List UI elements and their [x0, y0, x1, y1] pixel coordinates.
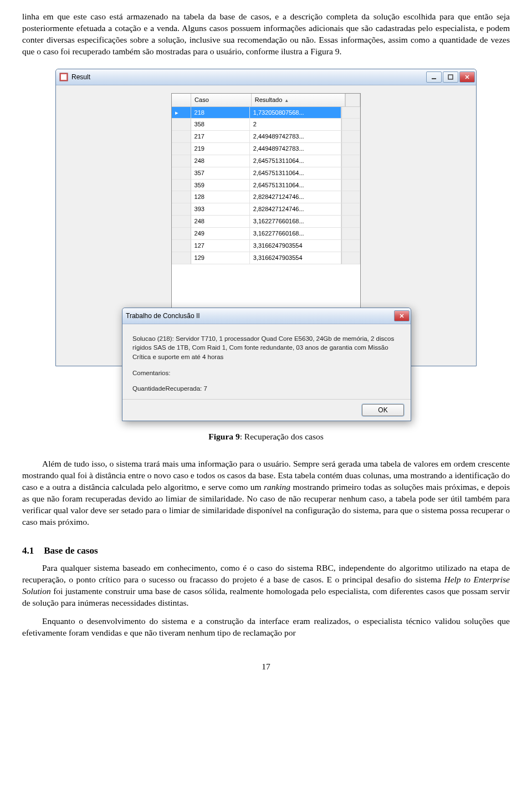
- table-row[interactable]: 3592,645751311064...: [172, 180, 360, 192]
- dialog-comments-label: Comentarios:: [132, 369, 401, 378]
- cell-caso: 248: [191, 216, 250, 228]
- row-header: ▸: [172, 107, 191, 119]
- cell-caso: 358: [191, 119, 250, 131]
- section-heading-4-1: 4.1Base de casos: [22, 545, 510, 557]
- cell-resultado: 2: [250, 119, 341, 131]
- page-number: 17: [22, 661, 510, 673]
- cell-resultado: 2,449489742783...: [250, 143, 341, 155]
- row-header: [172, 203, 191, 216]
- cell-resultado: 3,162277660168...: [250, 216, 341, 228]
- dialog-title: Trabalho de Conclusão II: [126, 311, 200, 320]
- cell-caso: 393: [191, 203, 250, 216]
- dialog-solution-text: Solucao (218): Servidor T710, 1 processa…: [132, 334, 401, 362]
- paragraph-3b: Enquanto o desenvolvimento do sistema e …: [22, 616, 510, 639]
- app-icon: [59, 73, 68, 81]
- cell-resultado: 2,645751311064...: [250, 167, 341, 180]
- row-header: [172, 131, 191, 143]
- maximize-button[interactable]: [443, 71, 458, 83]
- row-header: [172, 143, 191, 155]
- table-row[interactable]: 2482,645751311064...: [172, 155, 360, 167]
- scroll-gutter: [341, 155, 360, 167]
- scroll-gutter: [341, 143, 360, 155]
- row-header: [172, 240, 191, 252]
- table-row[interactable]: 2172,449489742783...: [172, 131, 360, 143]
- svg-rect-1: [61, 74, 66, 80]
- paragraph-3a: Para qualquer sistema baseado em conheci…: [22, 562, 510, 609]
- scroll-gutter: [341, 107, 360, 119]
- table-row[interactable]: ▸2181,732050807568...: [172, 107, 360, 119]
- cell-caso: 127: [191, 240, 250, 252]
- scroll-header: [345, 94, 360, 107]
- svg-rect-2: [432, 78, 436, 79]
- cell-resultado: 2,645751311064...: [250, 155, 341, 167]
- scroll-gutter: [341, 203, 360, 216]
- table-row[interactable]: 3582: [172, 119, 360, 131]
- table-row[interactable]: 3572,645751311064...: [172, 167, 360, 180]
- scroll-gutter: [341, 191, 360, 203]
- close-button[interactable]: [459, 71, 475, 83]
- cell-caso: 217: [191, 131, 250, 143]
- scroll-gutter: [341, 240, 360, 252]
- cell-resultado: 2,645751311064...: [250, 180, 341, 192]
- row-header: [172, 216, 191, 228]
- results-grid[interactable]: Caso Resultado▲ ▸2181,732050807568...358…: [171, 93, 361, 313]
- grid-corner: [172, 94, 191, 107]
- table-row[interactable]: 2192,449489742783...: [172, 143, 360, 155]
- dialog-body: Solucao (218): Servidor T710, 1 processa…: [122, 324, 411, 399]
- svg-rect-3: [448, 75, 453, 79]
- cell-caso: 219: [191, 143, 250, 155]
- paragraph-1: linha em que este caso está armazenado n…: [22, 11, 510, 58]
- scroll-gutter: [341, 228, 360, 240]
- scroll-gutter: [341, 131, 360, 143]
- table-row[interactable]: 3932,828427124746...: [172, 203, 360, 216]
- scroll-gutter: [341, 119, 360, 131]
- cell-resultado: 2,828427124746...: [250, 203, 341, 216]
- grid-header-row: Caso Resultado▲: [172, 94, 360, 107]
- cell-caso: 128: [191, 191, 250, 203]
- sort-asc-icon: ▲: [284, 98, 289, 103]
- cell-resultado: 3,3166247903554: [250, 240, 341, 252]
- dialog-close-button[interactable]: [394, 310, 410, 321]
- figure-caption: Figura 9: Recuperação dos casos: [22, 431, 510, 443]
- table-row[interactable]: 1273,3166247903554: [172, 240, 360, 252]
- result-titlebar[interactable]: Result: [56, 69, 476, 85]
- cell-caso: 249: [191, 228, 250, 240]
- scroll-gutter: [341, 180, 360, 192]
- dialog-quantity-text: QuantidadeRecuperada: 7: [132, 384, 401, 393]
- table-row[interactable]: 2493,162277660168...: [172, 228, 360, 240]
- row-header: [172, 228, 191, 240]
- row-header: [172, 252, 191, 264]
- scroll-gutter: [341, 252, 360, 264]
- cell-caso: 357: [191, 167, 250, 180]
- table-row[interactable]: 2483,162277660168...: [172, 216, 360, 228]
- cell-resultado: 2,828427124746...: [250, 191, 341, 203]
- row-header: [172, 155, 191, 167]
- cell-caso: 248: [191, 155, 250, 167]
- cell-caso: 129: [191, 252, 250, 264]
- table-row[interactable]: 1293,3166247903554: [172, 252, 360, 264]
- col-resultado[interactable]: Resultado▲: [252, 94, 345, 107]
- row-header: [172, 191, 191, 203]
- cell-resultado: 1,732050807568...: [250, 107, 341, 119]
- scroll-gutter: [341, 167, 360, 180]
- minimize-button[interactable]: [426, 71, 442, 83]
- window-title: Result: [71, 73, 90, 81]
- cell-resultado: 3,3166247903554: [250, 252, 341, 264]
- row-header: [172, 119, 191, 131]
- figure-9: Result Caso Resultado▲ ▸2181,73205080756…: [55, 69, 477, 421]
- dialog-titlebar[interactable]: Trabalho de Conclusão II: [122, 308, 411, 324]
- cell-caso: 359: [191, 180, 250, 192]
- ok-button[interactable]: OK: [362, 404, 404, 416]
- cell-resultado: 2,449489742783...: [250, 131, 341, 143]
- row-header: [172, 180, 191, 192]
- detail-dialog: Trabalho de Conclusão II Solucao (218): …: [122, 308, 411, 421]
- col-caso[interactable]: Caso: [191, 94, 252, 107]
- table-row[interactable]: 1282,828427124746...: [172, 191, 360, 203]
- row-header: [172, 167, 191, 180]
- cell-resultado: 3,162277660168...: [250, 228, 341, 240]
- paragraph-2: Além de tudo isso, o sistema trará mais …: [22, 458, 510, 528]
- scroll-gutter: [341, 216, 360, 228]
- cell-caso: 218: [191, 107, 250, 119]
